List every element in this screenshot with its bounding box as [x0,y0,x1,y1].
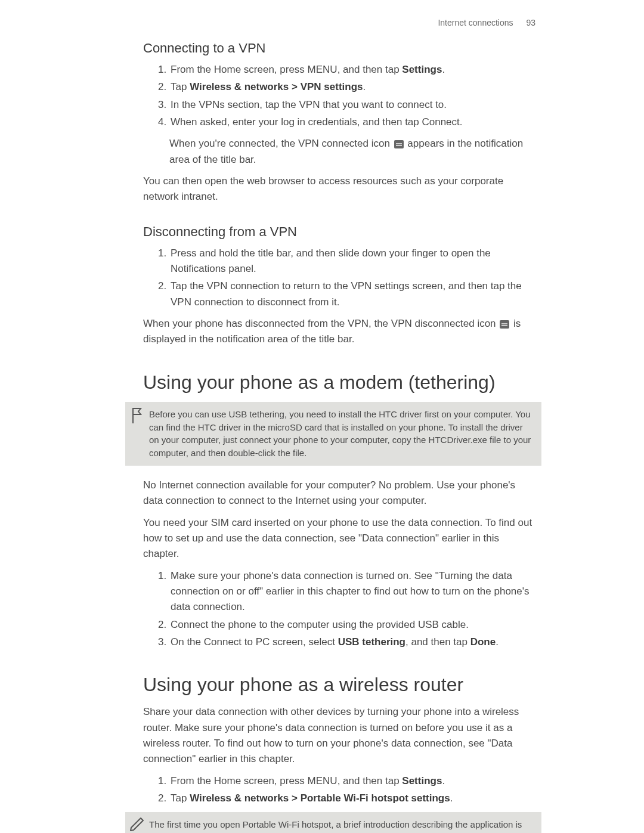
note-box-driver: Before you can use USB tethering, you ne… [125,402,541,466]
steps-wireless-router: From the Home screen, press MENU, and th… [169,773,535,807]
heading-wireless-router: Using your phone as a wireless router [143,674,535,696]
text: Make sure your phone's data connection i… [171,570,530,613]
list-item: When asked, enter your log in credential… [169,114,535,130]
continuation-text: When you're connected, the VPN connected… [169,136,535,168]
header-section: Internet connections [438,18,513,27]
text: . [363,81,366,92]
page-body: Internet connections 93 Connecting to a … [0,0,644,833]
vpn-connected-icon [394,140,404,148]
flag-icon [130,407,143,427]
page-number: 93 [526,18,535,27]
heading-tethering: Using your phone as a modem (tethering) [143,371,535,394]
text-bold: Wireless & networks > Portable Wi-Fi hot… [190,792,450,804]
text: . [442,775,445,786]
paragraph: When your phone has disconnected from th… [143,316,535,348]
list-item: Make sure your phone's data connection i… [169,568,535,615]
list-item: Connect the phone to the computer using … [169,617,535,633]
list-item: Press and hold the title bar, and then s… [169,246,535,277]
vpn-disconnected-icon [500,320,509,329]
list-item: From the Home screen, press MENU, and th… [169,62,535,78]
text: When you're connected, the VPN connected… [169,138,393,149]
list-item: Tap Wireless & networks > VPN settings. [169,79,535,95]
text-bold: Wireless & networks > VPN settings [190,81,363,92]
text: Tap [171,792,190,804]
text: . [442,64,445,75]
note-text: The first time you open Portable Wi-Fi h… [149,818,533,833]
text: In the VPNs section, tap the VPN that yo… [171,99,447,110]
page-header: Internet connections 93 [125,18,535,27]
list-item: Tap Wireless & networks > Portable Wi-Fi… [169,791,535,806]
text: When asked, enter your log in credential… [171,116,463,128]
text-bold: Settings [402,775,442,786]
note-text: Before you can use USB tethering, you ne… [149,408,533,460]
list-item: Tap the VPN connection to return to the … [169,278,535,310]
text: , and then tap [405,636,470,648]
text-bold: Done [470,636,496,648]
text: . [450,792,453,804]
list-item: On the Connect to PC screen, select USB … [169,634,535,650]
heading-disconnecting-vpn: Disconnecting from a VPN [143,224,535,240]
paragraph: No Internet connection available for you… [143,478,535,509]
list-item: In the VPNs section, tap the VPN that yo… [169,97,535,113]
text: Tap [171,81,190,92]
steps-tethering: Make sure your phone's data connection i… [169,568,535,651]
text: When your phone has disconnected from th… [143,318,499,329]
steps-connecting-vpn: From the Home screen, press MENU, and th… [169,62,535,130]
text: From the Home screen, press MENU, and th… [171,64,402,75]
text: . [496,636,499,648]
text: From the Home screen, press MENU, and th… [171,775,402,786]
pencil-icon [129,817,144,833]
text-bold: USB tethering [338,636,405,648]
text: On the Connect to PC screen, select [171,636,338,648]
paragraph: Share your data connection with other de… [143,704,535,767]
heading-connecting-vpn: Connecting to a VPN [143,41,535,56]
steps-disconnecting-vpn: Press and hold the title bar, and then s… [169,246,535,310]
list-item: From the Home screen, press MENU, and th… [169,773,535,789]
paragraph: You can then open the web browser to acc… [143,174,535,205]
text-bold: Settings [402,64,442,75]
paragraph: You need your SIM card inserted on your … [143,515,535,562]
text: Connect the phone to the computer using … [171,619,469,630]
note-box-hotspot: The first time you open Portable Wi-Fi h… [125,812,541,833]
